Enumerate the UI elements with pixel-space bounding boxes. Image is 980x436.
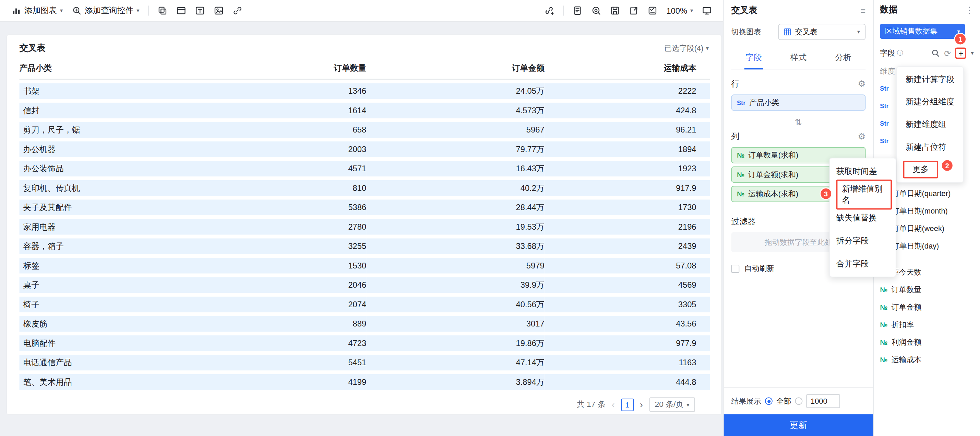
report-icon — [573, 5, 582, 16]
field-label: 订单日期(quarter) — [892, 188, 950, 199]
measure-field-item[interactable]: № 运输成本 — [880, 351, 974, 369]
page-size-select[interactable]: 20 条/页 ▾ — [649, 397, 695, 412]
chart-type-select[interactable]: 交叉表 ▾ — [778, 24, 865, 40]
gear-icon[interactable]: ⚙ — [858, 132, 866, 141]
cell-shipping-cost: 4569 — [544, 277, 710, 293]
zoom-select[interactable]: 100% ▾ — [666, 6, 693, 15]
data-panel-header: 数据 ⋮ — [880, 0, 974, 20]
explore-button[interactable] — [592, 5, 601, 16]
fields-tools: ⟳ + ▾ — [931, 48, 974, 59]
report-button[interactable] — [573, 5, 582, 16]
toolbar-left-group: 添加图表 ▾ 添加查询控件 ▾ — [11, 5, 243, 16]
field-label: 运输成本 — [891, 355, 921, 365]
column-header: 运输成本 — [544, 59, 710, 79]
next-page-button[interactable]: › — [640, 400, 643, 409]
add-chart-label: 添加图表 — [24, 5, 57, 16]
gear-icon[interactable]: ⚙ — [858, 79, 866, 88]
prev-page-button[interactable]: ‹ — [612, 400, 615, 409]
cell-order-count: 2780 — [194, 219, 366, 235]
result-all-radio[interactable] — [765, 397, 773, 405]
row-section-header: 行 ⚙ — [732, 78, 866, 89]
highlight-box: 新增维值别名 — [836, 179, 892, 209]
presentation-button[interactable] — [702, 5, 712, 16]
cell-order-amount: 47.14万 — [366, 355, 544, 371]
page-size-value: 20 条/页 — [655, 399, 683, 410]
auto-refresh-checkbox[interactable] — [732, 265, 740, 273]
menu-item-new-group-dimension[interactable]: 新建分组维度 — [897, 91, 963, 113]
insert-text-button[interactable] — [195, 5, 205, 16]
cell-order-count: 889 — [194, 316, 366, 332]
current-page[interactable]: 1 — [621, 398, 633, 410]
cross-table-card[interactable]: 交叉表 已选字段(4) ▾ 产品小类 订单数量 订单金额 运输成本 — [6, 34, 722, 415]
tab-analysis[interactable]: 分析 — [821, 48, 866, 69]
update-button[interactable]: 更新 — [724, 414, 873, 436]
menu-item-missing-value-replace[interactable]: 缺失值替换 — [830, 206, 896, 229]
search-icon[interactable] — [931, 49, 940, 57]
measure-field-item[interactable]: № 订单金额 — [880, 298, 974, 316]
result-limit-radio[interactable] — [795, 397, 802, 405]
menu-item-split-field[interactable]: 拆分字段 — [830, 229, 896, 252]
cell-order-count: 5451 — [194, 355, 366, 371]
add-field-button[interactable]: + — [955, 48, 967, 59]
tab-fields[interactable]: 字段 — [732, 48, 776, 69]
selected-fields-dropdown[interactable]: 已选字段(4) ▾ — [664, 43, 709, 54]
collapse-panel-icon[interactable]: ≡ — [861, 6, 866, 15]
menu-item-new-dimension-group[interactable]: 新建维度组 — [897, 113, 963, 136]
cell-order-amount: 24.05万 — [366, 83, 544, 99]
todo-list-button[interactable] — [648, 5, 658, 16]
table-row: 桌子 2046 39.9万 4569 — [19, 277, 710, 293]
smart-link-button[interactable] — [544, 5, 554, 16]
menu-item-more[interactable]: 更多 — [897, 158, 963, 181]
refresh-icon[interactable]: ⟳ — [944, 49, 951, 57]
col-section-label: 列 — [732, 131, 740, 142]
measure-field-item[interactable]: № 折扣率 — [880, 316, 974, 333]
table-row: 办公机器 2003 79.77万 1894 — [19, 141, 710, 157]
add-chart-button[interactable]: 添加图表 ▾ — [11, 5, 63, 16]
filter-dropzone-hint: 拖动数据字段至此处 — [765, 237, 832, 248]
field-label: 利润金额 — [891, 337, 921, 348]
insert-link-button[interactable] — [232, 5, 242, 16]
row-field-pill[interactable]: Str 产品小类 — [732, 94, 866, 110]
menu-item-dimension-alias[interactable]: 新增维值别名 — [830, 183, 896, 206]
menu-item-new-calc-field[interactable]: 新建计算字段 — [897, 68, 963, 91]
cell-shipping-cost: 424.8 — [544, 103, 710, 118]
cell-category: 办公装饰品 — [19, 161, 194, 176]
data-panel-title: 数据 — [880, 5, 897, 16]
measure-field-list: № 距今天数 № 订单数量 № 订单金额 № 折扣率 — [880, 264, 974, 368]
save-button[interactable] — [610, 5, 620, 16]
field-label: 折扣率 — [891, 319, 914, 330]
insert-image-button[interactable] — [214, 5, 224, 16]
menu-item-new-placeholder[interactable]: 新建占位符 — [897, 136, 963, 159]
cell-category: 复印机、传真机 — [19, 180, 194, 196]
kebab-menu-icon[interactable]: ⋮ — [965, 5, 974, 14]
cell-order-amount: 79.77万 — [366, 141, 544, 157]
menu-item-merge-field[interactable]: 合并字段 — [830, 252, 896, 275]
table-row: 办公装饰品 4571 16.43万 1923 — [19, 161, 710, 176]
result-limit-input[interactable] — [806, 394, 840, 408]
result-all-label: 全部 — [776, 396, 791, 406]
insert-container-button[interactable] — [176, 5, 186, 16]
tab-style[interactable]: 样式 — [776, 48, 821, 69]
copy-icon — [158, 5, 167, 16]
dataset-selector[interactable]: 区域销售数据集 ▾ — [880, 24, 965, 39]
chevron-down-icon: ▾ — [60, 8, 63, 14]
copy-widget-button[interactable] — [158, 5, 167, 16]
cell-order-amount: 40.56万 — [366, 297, 544, 312]
measure-field-item[interactable]: № 订单数量 — [880, 281, 974, 298]
cell-order-count: 4723 — [194, 335, 366, 351]
chevron-down-icon[interactable]: ▾ — [971, 50, 974, 56]
add-query-control-button[interactable]: 添加查询控件 ▾ — [72, 5, 140, 16]
export-button[interactable] — [629, 5, 639, 16]
cell-order-count: 658 — [194, 122, 366, 138]
fields-toolbar: 字段 ⓘ ⟳ + ▾ — [880, 48, 974, 59]
swap-row-col-icon[interactable]: ⇅ — [795, 117, 802, 127]
cell-category: 剪刀，尺子，锯 — [19, 122, 194, 138]
cell-shipping-cost: 57.08 — [544, 258, 710, 274]
dashboard-canvas: 交叉表 已选字段(4) ▾ 产品小类 订单数量 订单金额 运输成本 — [0, 22, 723, 436]
cell-category: 办公机器 — [19, 141, 194, 157]
cell-shipping-cost: 1730 — [544, 200, 710, 215]
cell-category: 电脑配件 — [19, 335, 194, 351]
measure-field-item[interactable]: № 利润金额 — [880, 333, 974, 351]
cell-order-count: 1346 — [194, 83, 366, 99]
step-badge-1: 1 — [955, 34, 966, 44]
